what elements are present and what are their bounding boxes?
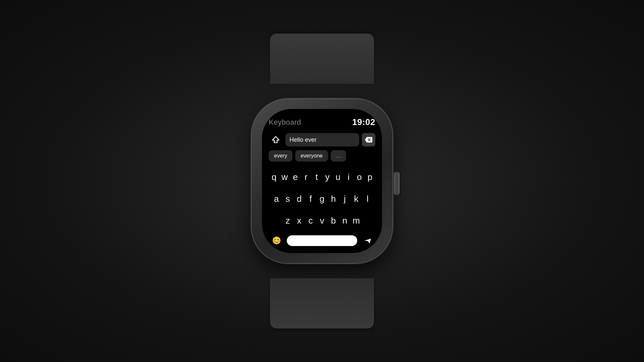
key-z[interactable]: z	[282, 216, 293, 226]
key-t[interactable]: t	[311, 172, 322, 182]
key-i[interactable]: i	[343, 172, 354, 182]
send-button[interactable]	[361, 234, 374, 247]
key-m[interactable]: m	[351, 216, 362, 226]
keyboard-row-3: z x c v b n m	[269, 216, 375, 226]
keyboard: q w e r t y u i o p a s d	[269, 166, 375, 232]
input-row: Hello ever	[269, 133, 375, 147]
autocomplete-everyone[interactable]: everyone	[295, 150, 328, 162]
app-title: Keyboard	[269, 118, 301, 127]
key-r[interactable]: r	[301, 172, 311, 182]
key-e[interactable]: e	[290, 172, 301, 182]
svg-marker-0	[364, 239, 371, 243]
key-v[interactable]: v	[316, 216, 328, 226]
watch-case: Keyboard 19:02 Hello ever	[252, 99, 392, 263]
shift-button[interactable]	[269, 133, 283, 147]
emoji-button[interactable]: 😊	[270, 234, 283, 247]
header: Keyboard 19:02	[269, 117, 375, 127]
key-n[interactable]: n	[339, 216, 351, 226]
key-l[interactable]: l	[362, 194, 373, 204]
autocomplete-more[interactable]: ...	[331, 150, 346, 162]
autocomplete-every[interactable]: every	[269, 150, 292, 162]
text-input-value: Hello ever	[289, 136, 317, 143]
screen: Keyboard 19:02 Hello ever	[262, 109, 382, 253]
clock-display: 19:02	[352, 117, 375, 127]
key-u[interactable]: u	[333, 172, 343, 182]
backspace-button[interactable]	[362, 133, 375, 146]
key-x[interactable]: x	[293, 216, 305, 226]
key-y[interactable]: y	[322, 172, 333, 182]
emoji-icon: 😊	[272, 236, 281, 245]
key-a[interactable]: a	[271, 194, 282, 204]
key-b[interactable]: b	[328, 216, 339, 226]
key-q[interactable]: q	[269, 172, 279, 182]
key-k[interactable]: k	[351, 194, 362, 204]
band-top	[270, 34, 374, 84]
text-input-field[interactable]: Hello ever	[285, 133, 359, 146]
screen-bezel: Keyboard 19:02 Hello ever	[262, 109, 382, 253]
autocomplete-row: every everyone ...	[269, 150, 375, 162]
band-bottom	[270, 278, 374, 328]
key-g[interactable]: g	[316, 194, 328, 204]
key-d[interactable]: d	[293, 194, 305, 204]
key-s[interactable]: s	[282, 194, 293, 204]
keyboard-row-1: q w e r t y u i o p	[269, 172, 375, 182]
keyboard-row-2: a s d f g h j k l	[269, 194, 375, 204]
key-f[interactable]: f	[305, 194, 316, 204]
key-o[interactable]: o	[354, 172, 365, 182]
key-p[interactable]: p	[365, 172, 375, 182]
digital-crown[interactable]	[394, 172, 400, 195]
watch-container: Keyboard 19:02 Hello ever	[235, 77, 409, 285]
space-bar[interactable]	[287, 235, 357, 246]
key-w[interactable]: w	[279, 172, 290, 182]
key-c[interactable]: c	[305, 216, 316, 226]
key-h[interactable]: h	[328, 194, 339, 204]
bottom-toolbar: 😊	[269, 234, 375, 247]
key-j[interactable]: j	[339, 194, 351, 204]
